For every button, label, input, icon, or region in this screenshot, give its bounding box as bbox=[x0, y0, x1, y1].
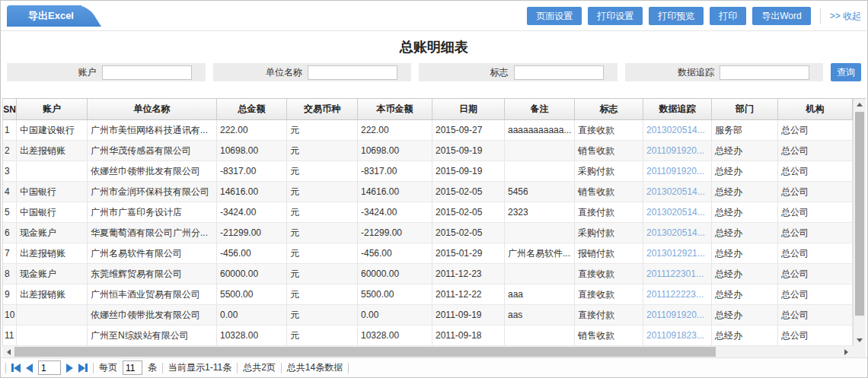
table-cell bbox=[505, 161, 575, 181]
table-cell: 元 bbox=[287, 120, 358, 140]
table-cell: -21299.00 bbox=[217, 223, 287, 243]
scroll-up-icon[interactable] bbox=[854, 99, 866, 110]
search-group-account: 账户 bbox=[7, 63, 206, 81]
column-header-4[interactable]: 交易币种 bbox=[287, 99, 358, 119]
next-page-icon[interactable] bbox=[66, 364, 73, 373]
table-cell: 10328.00 bbox=[217, 326, 287, 345]
table-cell: 现金账户 bbox=[17, 223, 88, 243]
account-label: 账户 bbox=[78, 66, 97, 79]
horizontal-scrollbar[interactable] bbox=[2, 346, 866, 357]
data-trace-link[interactable]: 2011091823... bbox=[643, 326, 712, 345]
table-row[interactable]: 10依娜丝巾领带批发有限公司0.00元0.002011-09-19aas直接付款… bbox=[3, 305, 853, 326]
column-header-9[interactable]: 数据追踪 bbox=[643, 99, 712, 119]
data-trace-link[interactable]: 2013020514... bbox=[643, 120, 712, 140]
search-group-data-trace: 数据追踪 bbox=[625, 63, 824, 81]
table-cell: 报销付款 bbox=[575, 243, 643, 263]
column-header-3[interactable]: 总金额 bbox=[217, 99, 287, 119]
table-row[interactable]: 1中国建设银行广州市美恒网络科技通讯有...222.00元222.002015-… bbox=[3, 120, 853, 141]
table-row[interactable]: 6现金账户华夏葡萄酒有限公司广州分...-21299.00元-21299.002… bbox=[3, 223, 853, 243]
table-cell: 直接收款 bbox=[575, 120, 643, 140]
table-row[interactable]: 2出差报销账广州华茂传感器有限公司10698.00元10698.002015-0… bbox=[3, 141, 853, 161]
table-cell: 8 bbox=[3, 264, 17, 284]
table-cell: 采购付款 bbox=[575, 161, 643, 181]
unit-name-input[interactable] bbox=[308, 65, 397, 80]
table-cell: 2323 bbox=[505, 202, 575, 222]
data-trace-link[interactable]: 2011091920... bbox=[643, 305, 712, 325]
data-trace-link[interactable]: 2011091920... bbox=[643, 141, 712, 160]
column-header-8[interactable]: 标志 bbox=[575, 99, 643, 119]
table-cell: 销售收款 bbox=[575, 326, 643, 345]
collapse-panel-link[interactable]: >> 收起 bbox=[830, 10, 861, 23]
scroll-right-icon[interactable] bbox=[840, 346, 852, 357]
toolbar-button-2[interactable]: 打印预览 bbox=[649, 7, 704, 25]
per-page-input[interactable] bbox=[123, 361, 142, 375]
data-trace-link[interactable]: 2011091920... bbox=[643, 161, 712, 181]
table-row[interactable]: 7出差报销账广州名易软件有限公司-456.00元-456.002015-01-2… bbox=[3, 243, 853, 264]
column-header-6[interactable]: 日期 bbox=[432, 99, 505, 119]
vertical-scrollbar-thumb[interactable] bbox=[855, 112, 864, 316]
data-trace-link[interactable]: 2011122223... bbox=[643, 284, 712, 304]
column-header-1[interactable]: 账户 bbox=[17, 99, 88, 119]
flag-input[interactable] bbox=[514, 65, 604, 80]
column-header-7[interactable]: 备注 bbox=[505, 99, 575, 119]
column-header-11[interactable]: 机构 bbox=[778, 99, 853, 119]
table-cell: 出差报销账 bbox=[17, 243, 88, 263]
table-row[interactable]: 9出差报销账广州恒丰酒业贸易有限公司5500.00元5500.002011-12… bbox=[3, 284, 853, 305]
toolbar-button-3[interactable]: 打印 bbox=[710, 7, 746, 25]
first-page-icon[interactable] bbox=[11, 364, 21, 373]
column-header-2[interactable]: 单位名称 bbox=[88, 99, 217, 119]
scroll-left-icon[interactable] bbox=[2, 346, 14, 357]
table-cell: 现金账户 bbox=[17, 264, 88, 284]
ledger-detail-window: 导出Excel 页面设置打印设置打印预览打印导出Word >> 收起 总账明细表… bbox=[0, 0, 868, 378]
table-cell: 总经办 bbox=[712, 141, 778, 160]
table-cell bbox=[505, 326, 575, 345]
total-records-label: 总共14条数据 bbox=[287, 361, 343, 374]
search-bar: 账户 单位名称 标志 数据追踪 查询 bbox=[7, 63, 861, 81]
toolbar-button-1[interactable]: 打印设置 bbox=[588, 7, 643, 25]
table-cell: 华夏葡萄酒有限公司广州分... bbox=[88, 223, 217, 243]
data-trace-link[interactable]: 2013020514... bbox=[643, 202, 712, 222]
table-cell: 222.00 bbox=[217, 120, 287, 140]
horizontal-scrollbar-track[interactable] bbox=[14, 346, 840, 357]
column-header-10[interactable]: 部门 bbox=[712, 99, 778, 119]
table-cell: 广州恒丰酒业贸易有限公司 bbox=[88, 284, 217, 304]
table-row[interactable]: 5中国银行广州市广嘉印务设计店-3424.00元-3424.002015-02-… bbox=[3, 202, 853, 223]
last-page-icon[interactable] bbox=[78, 364, 88, 373]
table-cell: 5500.00 bbox=[217, 284, 287, 304]
table-cell: 总经办 bbox=[712, 161, 778, 181]
table-cell: 2011-12-22 bbox=[432, 284, 505, 304]
prev-page-icon[interactable] bbox=[26, 364, 33, 373]
table-cell: 222.00 bbox=[358, 120, 432, 140]
scroll-down-icon[interactable] bbox=[854, 335, 866, 346]
pagination-divider bbox=[281, 363, 282, 373]
scrollbar-corner bbox=[852, 346, 866, 357]
table-cell: 2 bbox=[3, 141, 17, 160]
data-trace-input[interactable] bbox=[720, 65, 809, 80]
data-trace-link[interactable]: 2013020514... bbox=[643, 223, 712, 243]
page-input[interactable] bbox=[38, 361, 61, 375]
account-input[interactable] bbox=[102, 65, 192, 80]
toolbar-button-4[interactable]: 导出Word bbox=[752, 7, 810, 25]
table-row[interactable]: 11广州至N综娱站有限公司10328.00元10328.002011-09-18… bbox=[3, 326, 853, 346]
table-cell: 11 bbox=[3, 326, 17, 345]
horizontal-scrollbar-thumb[interactable] bbox=[14, 347, 716, 357]
data-trace-link[interactable]: 2011122301... bbox=[643, 264, 712, 284]
data-trace-link[interactable]: 2013012921... bbox=[643, 243, 712, 263]
table-row[interactable]: 8现金账户东莞维辉贸易有限公司60000.00元60000.002011-12-… bbox=[3, 264, 853, 284]
table-row[interactable]: 3依娜丝巾领带批发有限公司-8317.00元-8317.002015-09-19… bbox=[3, 161, 853, 182]
column-header-5[interactable]: 本币金额 bbox=[358, 99, 432, 119]
table-cell: 广州市广嘉印务设计店 bbox=[88, 202, 217, 222]
table-cell: 采购付款 bbox=[575, 223, 643, 243]
query-button[interactable]: 查询 bbox=[831, 63, 861, 81]
data-trace-link[interactable]: 2013020514... bbox=[643, 182, 712, 202]
table-cell: 广州市美恒网络科技通讯有... bbox=[88, 120, 217, 140]
column-header-0[interactable]: SN bbox=[3, 99, 17, 119]
data-grid: SN账户单位名称总金额交易币种本币金额日期备注标志数据追踪部门机构 1中国建设银… bbox=[2, 98, 866, 346]
export-excel-tab[interactable]: 导出Excel bbox=[7, 5, 81, 27]
toolbar-button-0[interactable]: 页面设置 bbox=[527, 7, 582, 25]
table-row[interactable]: 4中国银行广州市金润环保科技有限公司14616.00元14616.002015-… bbox=[3, 182, 853, 202]
table-cell: 出差报销账 bbox=[17, 141, 88, 160]
table-cell: 2011-09-18 bbox=[432, 326, 505, 345]
toolbar-divider bbox=[820, 8, 821, 24]
vertical-scrollbar[interactable] bbox=[853, 99, 866, 346]
